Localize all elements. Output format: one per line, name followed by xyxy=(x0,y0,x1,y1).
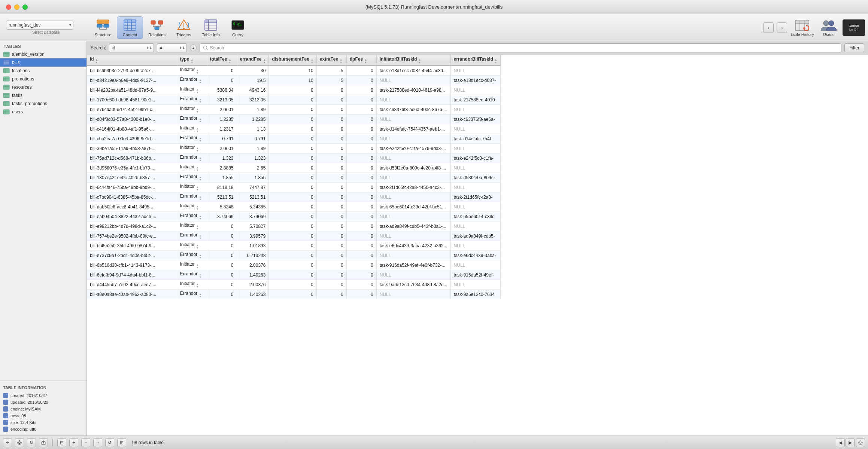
database-select[interactable]: runningfast_dev xyxy=(6,21,73,30)
table-row[interactable]: bill-e99212bb-4d7d-498d-a1c2-...Initiato… xyxy=(87,222,500,231)
query-button[interactable]: $_> Query xyxy=(225,16,251,39)
table-row[interactable]: bill-cbb2ea7a-00c6-4396-9e1d-...Errandor… xyxy=(87,134,500,144)
col-disbursementFee[interactable]: disbursementFee▲▼ xyxy=(269,55,316,65)
table-cell: 0 xyxy=(346,290,376,299)
col-errandorBillTaskId[interactable]: errandorBillTaskId▲▼ xyxy=(450,55,500,65)
table-row[interactable]: bill-6b516d30-cfb1-4143-9173-...Initiato… xyxy=(87,260,500,270)
table-row[interactable]: bill-6efdfb94-9d74-4da4-bbf1-8...Errando… xyxy=(87,270,500,280)
table-row[interactable]: bill-75ad712c-d568-471b-b06b...Errandor▲… xyxy=(87,153,500,163)
sidebar-item-promotions[interactable]: promotions xyxy=(0,75,87,83)
table-cell: 2.00376 xyxy=(237,260,269,270)
table-row[interactable]: bill-3d958076-e35a-4fe1-bb73-...Initiato… xyxy=(87,163,500,173)
scroll-left-button[interactable]: ◀ xyxy=(836,438,845,447)
table-cell: bill-1807e42f-ee0c-402b-b857-... xyxy=(87,173,177,183)
table-row[interactable]: bill-c7bc9041-6385-45ba-85dc-...Errandor… xyxy=(87,192,500,202)
col-type[interactable]: type▲▼ xyxy=(177,55,207,65)
table-row[interactable]: bill-1807e42f-ee0c-402b-b857-...Errandor… xyxy=(87,173,500,183)
sidebar-item-tasks[interactable]: tasks xyxy=(0,91,87,100)
table-row[interactable]: bill-d44455b7-7e02-49ce-aed7-...Initiato… xyxy=(87,280,500,290)
content-button[interactable]: Content xyxy=(117,16,143,39)
sidebar-item-users[interactable]: users xyxy=(0,108,87,116)
info-created: created: 2016/10/27 xyxy=(3,392,84,399)
search-op-select[interactable]: = xyxy=(157,43,187,52)
export-button[interactable] xyxy=(39,438,48,447)
table-row[interactable]: bill-eab04504-3822-4432-adc6-...Errandor… xyxy=(87,212,500,222)
nav-back-button[interactable]: ‹ xyxy=(763,22,774,33)
svg-point-66 xyxy=(204,46,207,49)
relations-button[interactable]: Relations xyxy=(144,16,170,39)
table-row[interactable]: bill-6c44fa46-75ba-49bb-9bd9-...Initiato… xyxy=(87,183,500,192)
add-col-button[interactable]: + xyxy=(69,438,78,447)
table-row[interactable]: bill-a0e0a8ae-c0ab-4962-a080-...Errandor… xyxy=(87,290,500,299)
search-label: Search: xyxy=(91,45,106,51)
table-row[interactable]: bill-d04f8c83-57a8-4300-b1e0-...Errandor… xyxy=(87,114,500,124)
search-add-button[interactable]: ● xyxy=(190,45,197,51)
col-toggle-button[interactable]: ⊟ xyxy=(57,438,66,447)
move-col-button[interactable]: → xyxy=(93,438,102,447)
table-row[interactable]: bill-f4e202ba-fa51-48dd-97a5-9...Initiat… xyxy=(87,85,500,95)
sidebar-item-resources[interactable]: resources xyxy=(0,83,87,91)
table-row[interactable]: bill-c4164f01-4b88-4af1-95a6-...Initiato… xyxy=(87,124,500,134)
svg-rect-16 xyxy=(155,27,159,30)
scroll-right-button[interactable]: ▶ xyxy=(846,438,855,447)
table-row[interactable]: bill-bf455250-35fc-49f0-9874-9...Initiat… xyxy=(87,241,500,251)
table-row[interactable]: bill-bc6b3b3e-2793-4c06-a2c7-...Initiato… xyxy=(87,65,500,76)
table-info-button[interactable]: Table Info xyxy=(198,16,224,39)
table-cell: 2.8885 xyxy=(207,163,237,173)
nav-forward-button[interactable]: › xyxy=(777,22,787,33)
table-cell: bill-3d958076-e35a-4fe1-bb73-... xyxy=(87,163,177,173)
sidebar-item-locations[interactable]: locations xyxy=(0,67,87,75)
col-totalFee[interactable]: totalFee▲▼ xyxy=(207,55,237,65)
table-cell: bill-7574be2e-9502-4fbb-89fc-e... xyxy=(87,231,177,241)
remove-col-button[interactable]: − xyxy=(81,438,90,447)
settings2-button[interactable] xyxy=(856,438,865,447)
table-cell: NULL xyxy=(376,114,450,124)
table-cell: 0 xyxy=(346,173,376,183)
table-cell: bill-e76cda0f-dd7c-45f2-99b1-c... xyxy=(87,105,177,114)
table-row[interactable]: bill-e76cda0f-dd7c-45f2-99b1-c...Initiat… xyxy=(87,105,500,114)
table-row[interactable]: bill-d84219ea-b6e9-4dc9-9137-...Errandor… xyxy=(87,76,500,85)
col-id[interactable]: id▲▼ xyxy=(87,55,177,65)
table-cell: 0 xyxy=(346,212,376,222)
add-row-button[interactable]: + xyxy=(3,438,12,447)
table-cell: task-d53f2e0a-809c-4c20-a4f8-... xyxy=(376,163,450,173)
maximize-button[interactable] xyxy=(22,4,28,10)
console-button[interactable]: Conso Le Off xyxy=(843,19,865,36)
table-row[interactable]: bill-dab5f2c6-acc8-4b41-8495-...Initiato… xyxy=(87,202,500,212)
col-initiatorBillTaskId[interactable]: initiatorBillTaskId▲▼ xyxy=(376,55,450,65)
search-input[interactable] xyxy=(210,45,838,51)
settings-button[interactable] xyxy=(15,438,24,447)
table-cell: 0 xyxy=(207,241,237,251)
filter-button[interactable]: Filter xyxy=(844,43,864,52)
copy-button[interactable]: ⊞ xyxy=(117,438,126,447)
sidebar-item-bills[interactable]: bills xyxy=(0,58,87,67)
minimize-button[interactable] xyxy=(14,4,19,10)
table-row[interactable]: bill-1700e60d-db98-4581-90e1...Errandor▲… xyxy=(87,95,500,105)
refresh-button[interactable]: ↻ xyxy=(27,438,36,447)
search-field-select[interactable]: id xyxy=(109,43,154,52)
table-cell: 0.791 xyxy=(207,134,237,144)
reload-button[interactable]: ↺ xyxy=(105,438,114,447)
sidebar-item-alembic_version[interactable]: alembic_version xyxy=(0,50,87,58)
table-cell: 0 xyxy=(346,270,376,280)
table-row[interactable]: bill-7574be2e-9502-4fbb-89fc-e...Errando… xyxy=(87,231,500,241)
row-count: 98 rows in table xyxy=(132,440,164,445)
table-info-icon xyxy=(204,18,218,32)
col-extraFee[interactable]: extraFee▲▼ xyxy=(316,55,346,65)
structure-button[interactable]: Structure xyxy=(90,16,116,39)
table-wrapper[interactable]: id▲▼ type▲▼ totalFee▲▼ errandFee▲▼ disbu… xyxy=(87,55,868,436)
table-row[interactable]: bill-e737c9a1-2bd1-4d0e-bb5f-...Errandor… xyxy=(87,251,500,260)
table-cell: 0 xyxy=(207,76,237,85)
table-cell: 0 xyxy=(346,163,376,173)
table-cell: 3213.05 xyxy=(237,95,269,105)
info-label-updated: updated: 2016/10/29 xyxy=(10,400,48,404)
col-tipFee[interactable]: tipFee▲▼ xyxy=(346,55,376,65)
col-errandFee[interactable]: errandFee▲▼ xyxy=(237,55,269,65)
table-cell: task-9a6e13c0-7634-4d8d-8a2d... xyxy=(376,280,450,290)
sidebar-item-tasks_promotions[interactable]: tasks_promotions xyxy=(0,100,87,108)
table-cell: 1.2317 xyxy=(207,124,237,134)
triggers-button[interactable]: Triggers xyxy=(171,16,197,39)
table-row[interactable]: bill-39be1a55-11a9-4b53-a87f-...Initiato… xyxy=(87,144,500,153)
close-button[interactable] xyxy=(6,4,11,10)
table-cell: 0 xyxy=(316,251,346,260)
